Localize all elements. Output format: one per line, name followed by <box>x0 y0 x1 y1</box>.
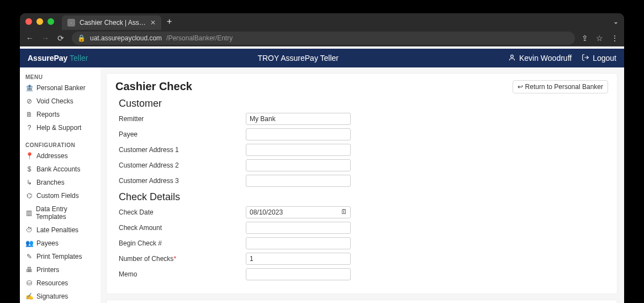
sidebar-item-label: Addresses <box>36 152 68 160</box>
sidebar-item-late-penalties[interactable]: ⏱Late Penalties <box>20 223 101 237</box>
check-amount-input[interactable] <box>246 222 351 234</box>
appbar-title: TROY AssurePay Teller <box>88 54 508 62</box>
sidebar-item-label: Help & Support <box>36 124 81 132</box>
svg-point-0 <box>511 55 514 58</box>
remitter-input[interactable] <box>246 113 351 125</box>
logout-link[interactable]: Logout <box>582 54 616 63</box>
sidebar-item-icon: 👥 <box>25 239 33 247</box>
sidebar-item-reports[interactable]: 🗎Reports <box>20 108 101 121</box>
lock-icon: 🔒 <box>77 34 86 42</box>
label-addr2: Customer Address 2 <box>119 161 246 169</box>
titlebar: · Cashier Check | AssurePayClo… ✕ + ⌄ <box>20 13 624 30</box>
browser-tab[interactable]: · Cashier Check | AssurePayClo… ✕ <box>62 15 161 30</box>
url-path: /PersonalBanker/Entry <box>166 34 233 42</box>
label-payee: Payee <box>119 130 246 138</box>
new-tab-button[interactable]: + <box>167 17 172 26</box>
check-date-input[interactable] <box>246 206 351 218</box>
section-customer: Customer <box>115 98 608 109</box>
page-title: Cashier Check <box>115 80 507 93</box>
sidebar-item-icon: ✎ <box>25 253 33 260</box>
sidebar-item-icon: ⛁ <box>25 279 33 287</box>
sidebar-item-addresses[interactable]: 📍Addresses <box>20 149 101 163</box>
sidebar-item-icon: 🏦 <box>25 84 33 92</box>
label-addr3: Customer Address 3 <box>119 177 246 185</box>
sidebar-item-icon: ⌬ <box>25 192 33 200</box>
sidebar-item-label: Resources <box>36 279 68 287</box>
brand: AssurePay Teller <box>28 54 88 62</box>
forward-icon[interactable]: → <box>41 34 50 43</box>
sidebar-item-payees[interactable]: 👥Payees <box>20 237 101 250</box>
sidebar-item-icon: ✍ <box>25 292 33 300</box>
sidebar-header-config: CONFIGURATION <box>20 140 101 149</box>
sidebar-item-icon: ↳ <box>25 179 33 186</box>
sidebar-item-resources[interactable]: ⛁Resources <box>20 276 101 290</box>
addr1-input[interactable] <box>246 144 351 156</box>
sidebar-item-label: Custom Fields <box>36 192 79 200</box>
return-button[interactable]: ↩ Return to Personal Banker <box>513 80 608 93</box>
sidebar-item-label: Payees <box>36 239 59 247</box>
reload-icon[interactable]: ⟳ <box>56 34 65 43</box>
label-remitter: Remitter <box>119 115 246 123</box>
payee-input[interactable] <box>246 128 351 140</box>
sidebar-item-icon: 🖶 <box>25 266 33 274</box>
sidebar-item-label: Signatures <box>36 292 68 300</box>
label-memo: Memo <box>119 270 246 278</box>
num-checks-input[interactable] <box>246 253 351 265</box>
sidebar-item-data-entry-templates[interactable]: ▥Data Entry Templates <box>20 202 101 223</box>
label-check-date: Check Date <box>119 208 246 216</box>
addr3-input[interactable] <box>246 175 351 187</box>
user-menu[interactable]: Kevin Woodruff <box>508 54 572 63</box>
sidebar-item-icon: $ <box>25 165 33 173</box>
sidebar-item-label: Branches <box>36 179 65 186</box>
sidebar-item-icon: ? <box>25 124 33 132</box>
sidebar-item-printers[interactable]: 🖶Printers <box>20 263 101 276</box>
address-field[interactable]: 🔒 uat.assurepaycloud.com/PersonalBanker/… <box>72 32 575 45</box>
url-bar: ← → ⟳ 🔒 uat.assurepaycloud.com/PersonalB… <box>20 30 624 46</box>
viewport: AssurePay Teller TROY AssurePay Teller K… <box>20 46 624 303</box>
share-icon[interactable]: ⇪ <box>582 34 588 43</box>
window-menu-icon[interactable]: ⌄ <box>613 18 619 25</box>
sidebar-item-label: Late Penalties <box>36 226 78 234</box>
close-tab-icon[interactable]: ✕ <box>150 19 156 27</box>
addr2-input[interactable] <box>246 159 351 171</box>
back-icon[interactable]: ← <box>25 34 34 43</box>
app-bar: AssurePay Teller TROY AssurePay Teller K… <box>20 49 624 67</box>
section-check: Check Details <box>115 191 608 203</box>
sidebar-item-label: Print Templates <box>36 253 82 260</box>
sidebar-item-label: Personal Banker <box>36 84 86 92</box>
sidebar-item-help-support[interactable]: ?Help & Support <box>20 121 101 134</box>
close-window-icon[interactable] <box>25 18 32 25</box>
logout-icon <box>582 54 589 63</box>
memo-input[interactable] <box>246 268 351 280</box>
sidebar-item-label: Void Checks <box>36 97 73 105</box>
sidebar-item-custom-fields[interactable]: ⌬Custom Fields <box>20 189 101 202</box>
sidebar-item-void-checks[interactable]: ⊘Void Checks <box>20 95 101 108</box>
sidebar-item-label: Bank Accounts <box>36 165 80 173</box>
kebab-menu-icon[interactable]: ⋮ <box>611 34 619 43</box>
minimize-window-icon[interactable] <box>36 18 43 25</box>
sidebar-item-label: Data Entry Templates <box>36 205 95 221</box>
maximize-window-icon[interactable] <box>47 18 54 25</box>
tab-title: Cashier Check | AssurePayClo… <box>80 19 146 27</box>
browser-window: · Cashier Check | AssurePayClo… ✕ + ⌄ ← … <box>20 13 624 303</box>
sidebar-item-icon: ⊘ <box>25 97 33 105</box>
begin-check-input[interactable] <box>246 237 351 249</box>
content: Cashier Check ↩ Return to Personal Banke… <box>101 67 624 303</box>
sidebar-header-menu: MENU <box>20 72 101 81</box>
sidebar-item-branches[interactable]: ↳Branches <box>20 176 101 189</box>
sidebar-item-label: Reports <box>36 111 60 118</box>
sidebar: MENU 🏦Personal Banker⊘Void Checks🗎Report… <box>20 67 101 303</box>
return-icon: ↩ <box>518 83 523 91</box>
app-body: MENU 🏦Personal Banker⊘Void Checks🗎Report… <box>20 67 624 303</box>
sidebar-item-bank-accounts[interactable]: $Bank Accounts <box>20 163 101 176</box>
sidebar-item-personal-banker[interactable]: 🏦Personal Banker <box>20 81 101 95</box>
label-addr1: Customer Address 1 <box>119 146 246 154</box>
sidebar-item-print-templates[interactable]: ✎Print Templates <box>20 250 101 263</box>
sidebar-item-signatures[interactable]: ✍Signatures <box>20 290 101 303</box>
star-icon[interactable]: ☆ <box>596 34 603 43</box>
action-bar: Clear Preview Print <box>106 300 617 303</box>
form-card: Cashier Check ↩ Return to Personal Banke… <box>106 73 617 294</box>
sidebar-item-label: Printers <box>36 266 59 274</box>
sidebar-item-icon: ⏱ <box>25 226 33 234</box>
label-begin-check: Begin Check # <box>119 239 246 247</box>
